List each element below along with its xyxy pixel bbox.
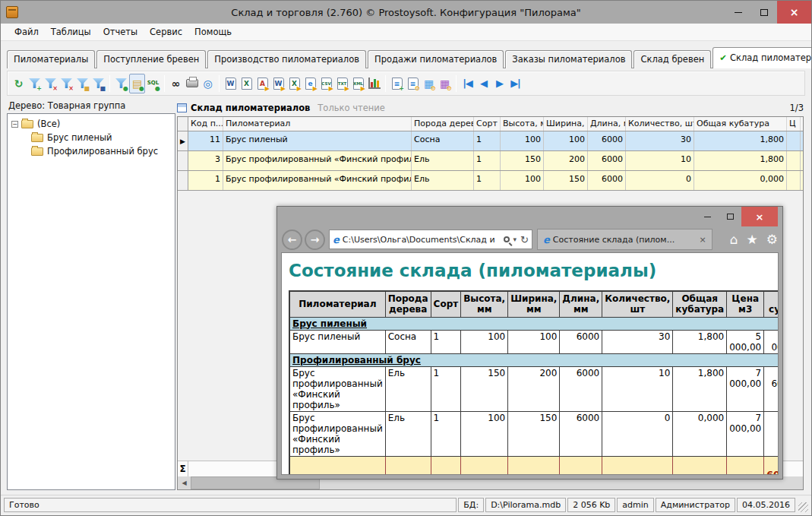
tab-2[interactable]: Поступление бревен (96, 50, 206, 68)
filter-save-icon[interactable]: ■ (90, 74, 106, 93)
tab-7[interactable]: ✔Склад пиломатериалов (712, 47, 812, 68)
close-button[interactable]: × (777, 1, 811, 24)
minimize-button[interactable] (725, 1, 751, 24)
filter-clear-icon[interactable]: × (58, 74, 74, 93)
report-column-header-7: Количество, шт (602, 291, 673, 317)
filter-add-icon[interactable]: + (27, 74, 43, 93)
export-excel-file-icon[interactable]: X▶ (286, 74, 302, 93)
column-header-5[interactable]: Высота, мм (501, 117, 544, 131)
ie-maximize-button[interactable] (719, 207, 741, 226)
menu-item-4[interactable]: Сервис (144, 24, 188, 40)
print-icon[interactable] (184, 74, 200, 93)
row-selector[interactable] (178, 151, 188, 170)
column-header-6[interactable]: Ширина, мм (544, 117, 588, 131)
export-word-file-icon[interactable]: W▶ (270, 74, 286, 93)
settings-gear-icon[interactable]: ⚙ (766, 232, 778, 247)
tab-4[interactable]: Продажи пиломатериалов (368, 50, 504, 68)
nav-last-icon[interactable]: ▶| (507, 74, 523, 93)
tree-expander-icon[interactable]: − (11, 121, 18, 128)
tree-item-1[interactable]: Брус пиленый (31, 131, 173, 144)
maximize-button[interactable] (751, 1, 777, 24)
tree-view-icon[interactable]: ▤● (129, 74, 145, 93)
tab-label: Склад бревен (640, 54, 704, 65)
table-row-3[interactable]: 1Брус профилированный «Финский профиль»Е… (178, 171, 803, 191)
search-icon[interactable] (504, 236, 510, 242)
scroll-left-button[interactable]: ◀ (178, 476, 191, 489)
tab-close-icon[interactable]: × (699, 235, 706, 245)
home-icon[interactable]: ⌂ (730, 232, 738, 247)
menu-item-5[interactable]: Помощь (188, 24, 238, 40)
export-excel-icon[interactable]: X (239, 74, 254, 93)
print-preview-icon[interactable]: ◎ (200, 74, 216, 93)
ie-close-button[interactable]: × (741, 207, 778, 226)
toolbar: ↻+××■■●▤●SQL●∞◎WXA▶W▶X▶e▶CSV▶TXT▶XML▶≡+≡… (7, 71, 805, 96)
column-header-8[interactable]: Количество, шт (626, 117, 694, 131)
column-header-10[interactable]: Ц (787, 117, 801, 131)
column-header-7[interactable]: Длина, мм (588, 117, 626, 131)
tab-3[interactable]: Производство пиломатериалов (207, 50, 366, 68)
nav-first-icon[interactable]: |◀ (460, 74, 476, 93)
filter-delete-icon[interactable]: × (43, 74, 58, 93)
sql-view-icon[interactable]: SQL● (145, 74, 161, 93)
tab-6[interactable]: Склад бревен (633, 50, 711, 68)
form-settings-icon[interactable]: ▦⚙ (437, 74, 453, 93)
ie-minimize-button[interactable] (696, 207, 719, 226)
address-dropdown-icon[interactable]: ▾ (513, 236, 517, 243)
column-header-2[interactable]: Пиломатериал (223, 117, 412, 131)
report-column-header-4: Высота, мм (461, 291, 508, 317)
menu-item-1[interactable]: Файл (8, 24, 45, 40)
back-button[interactable]: ← (282, 230, 302, 250)
tab-label: Пиломатериалы (14, 54, 88, 65)
forward-button[interactable]: → (305, 230, 325, 250)
tab-5[interactable]: Заказы пиломатериалов (505, 50, 632, 68)
folder-icon (21, 120, 33, 128)
export-word-icon[interactable]: W (223, 74, 239, 93)
cell: 6000 (588, 171, 626, 190)
address-bar[interactable]: e C:\Users\Ольга\Documents\Склад и ▾ ↻ (329, 230, 532, 249)
export-csv-icon[interactable]: CSV▶ (318, 74, 334, 93)
status-bar: Готово БД: D:\Pilorama.mdb 2 056 Kb admi… (1, 495, 811, 515)
table-row-1[interactable]: ▶11Брус пиленыйСосна11001006000301,800 (178, 131, 803, 151)
cell: 150 (501, 151, 544, 170)
table-row-2[interactable]: 3Брус профилированный «Финский профиль»Е… (178, 151, 803, 171)
report-data-row: Брус профилированный «Финский профиль»Ел… (289, 411, 779, 456)
column-header-1[interactable]: Код п... (188, 117, 223, 131)
refresh-icon[interactable]: ↻ (520, 234, 529, 245)
export-html-icon[interactable]: e▶ (302, 74, 318, 93)
report-cell: 12 600,00 (764, 366, 779, 411)
refresh-icon[interactable]: ↻ (11, 74, 27, 93)
favorites-star-icon[interactable]: ★ (747, 232, 758, 247)
row-selector[interactable]: ▶ (178, 131, 188, 150)
chart-icon[interactable] (366, 74, 382, 93)
tree-header: Дерево: Товарная группа (8, 100, 172, 111)
cell: 6000 (588, 131, 626, 150)
tab-1[interactable]: Пиломатериалы (7, 50, 95, 68)
cell: 6000 (588, 151, 626, 170)
browser-tab[interactable]: e Состояние склада (пилом... × (537, 229, 712, 250)
nav-prev-icon[interactable]: ◀ (476, 74, 491, 93)
report-column-header-9: Цена м3 (727, 291, 764, 317)
record-properties-icon[interactable]: ≡⚙ (405, 74, 421, 93)
export-xml-icon[interactable]: XML▶ (350, 74, 366, 93)
menu-item-3[interactable]: Отчеты (97, 24, 144, 40)
export-pdf-icon[interactable]: A▶ (254, 74, 270, 93)
add-record-icon[interactable]: ≡+ (389, 74, 405, 93)
cell: Ель (412, 171, 474, 190)
address-text[interactable]: C:\Users\Ольга\Documents\Склад и (343, 235, 502, 245)
filter-view-icon[interactable]: ● (113, 74, 129, 93)
group-label: Профилированный брус (289, 353, 779, 366)
filter-open-icon[interactable]: ■ (74, 74, 90, 93)
column-header-4[interactable]: Сорт (474, 117, 501, 131)
row-selector[interactable] (178, 171, 188, 190)
export-txt-icon[interactable]: TXT▶ (334, 74, 350, 93)
column-header-3[interactable]: Порода дерева (412, 117, 474, 131)
grid-settings-icon[interactable]: ▦⚙ (421, 74, 437, 93)
tree-item-2[interactable]: Профилированный брус (31, 144, 173, 158)
cell (787, 131, 801, 150)
menu-item-2[interactable]: Таблицы (45, 24, 97, 40)
nav-next-icon[interactable]: ▶ (491, 74, 507, 93)
resize-grip[interactable] (798, 502, 808, 512)
find-icon[interactable]: ∞ (168, 74, 184, 93)
column-header-9[interactable]: Общая кубатура (694, 117, 787, 131)
tree-item-root[interactable]: −(Все) (9, 117, 173, 131)
